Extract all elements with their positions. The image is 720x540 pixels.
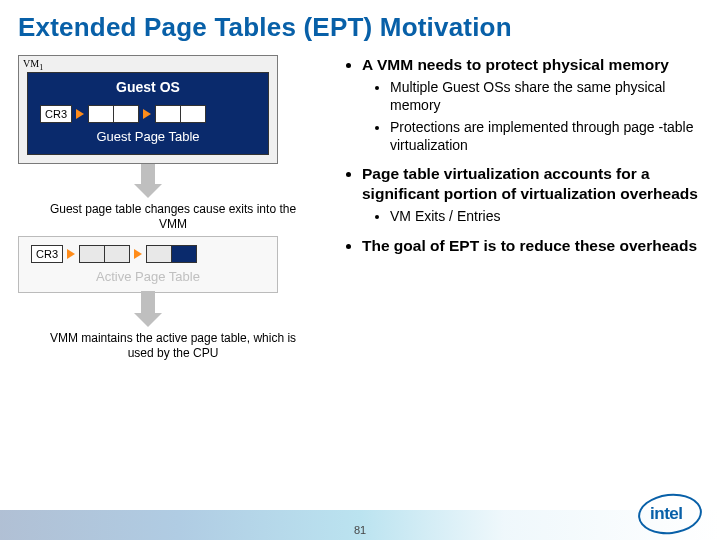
cr3-register: CR3 <box>40 105 72 123</box>
sub-bullet-item: VM Exits / Entries <box>390 208 702 226</box>
diagram-column: VM1 Guest OS CR3 Guest P <box>18 55 328 361</box>
arrow-down-head-icon <box>134 184 162 198</box>
pt-cell <box>88 105 114 123</box>
pt-cell <box>79 245 105 263</box>
arrow-right-icon <box>67 249 75 259</box>
page-table-cells <box>79 245 130 263</box>
sub-bullet-list: Multiple Guest OSs share the same physic… <box>362 79 702 155</box>
arrow-right-icon <box>143 109 151 119</box>
pt-cell <box>104 245 130 263</box>
arrow-down-stem-icon <box>141 291 155 313</box>
vm-inner-box: Guest OS CR3 Guest Page Table <box>27 72 269 155</box>
pt-cell <box>113 105 139 123</box>
caption-vmm-maintains: VMM maintains the active page table, whi… <box>43 331 303 361</box>
slide-title: Extended Page Tables (EPT) Motivation <box>0 0 720 51</box>
vm-label-text: VM <box>23 58 39 69</box>
bullet-item: Page table virtualization accounts for a… <box>362 164 702 226</box>
down-arrow <box>18 291 278 327</box>
bullet-column: A VMM needs to protect physical memory M… <box>340 55 702 361</box>
cr3-register: CR3 <box>31 245 63 263</box>
sub-bullet-item: Protections are implemented through page… <box>390 119 702 155</box>
active-page-table-label: Active Page Table <box>27 269 269 284</box>
active-page-table-container: CR3 Active Page Table <box>18 236 278 293</box>
down-arrow <box>18 162 278 198</box>
bullet-list: A VMM needs to protect physical memory M… <box>340 55 702 256</box>
bullet-text: A VMM needs to protect physical memory <box>362 56 669 73</box>
bullet-item: The goal of EPT is to reduce these overh… <box>362 236 702 256</box>
arrow-down-stem-icon <box>141 162 155 184</box>
guest-page-table-label: Guest Page Table <box>36 129 260 144</box>
vm-container: VM1 Guest OS CR3 Guest P <box>18 55 278 164</box>
guest-page-table-row: CR3 <box>36 105 260 123</box>
page-number: 81 <box>354 524 366 536</box>
logo-oval-icon: intel <box>636 491 704 537</box>
page-table-cells <box>155 105 206 123</box>
vm-label-sub: 1 <box>39 63 43 72</box>
caption-vm-exits: Guest page table changes cause exits int… <box>43 202 303 232</box>
guest-os-label: Guest OS <box>36 79 260 95</box>
logo-text: intel <box>650 504 682 524</box>
sub-bullet-item: Multiple Guest OSs share the same physic… <box>390 79 702 115</box>
pt-cell <box>155 105 181 123</box>
pt-cell <box>146 245 172 263</box>
page-table-cells <box>146 245 197 263</box>
active-page-table-row: CR3 <box>27 245 269 263</box>
page-table-cells <box>88 105 139 123</box>
pt-cell <box>180 105 206 123</box>
content-area: VM1 Guest OS CR3 Guest P <box>0 51 720 361</box>
vm-label: VM1 <box>23 58 43 72</box>
bullet-text: Page table virtualization accounts for a… <box>362 165 698 202</box>
arrow-right-icon <box>76 109 84 119</box>
arrow-down-head-icon <box>134 313 162 327</box>
sub-bullet-list: VM Exits / Entries <box>362 208 702 226</box>
pt-cell-active <box>171 245 197 263</box>
intel-logo: intel <box>638 494 702 534</box>
bullet-item: A VMM needs to protect physical memory M… <box>362 55 702 154</box>
arrow-right-icon <box>134 249 142 259</box>
